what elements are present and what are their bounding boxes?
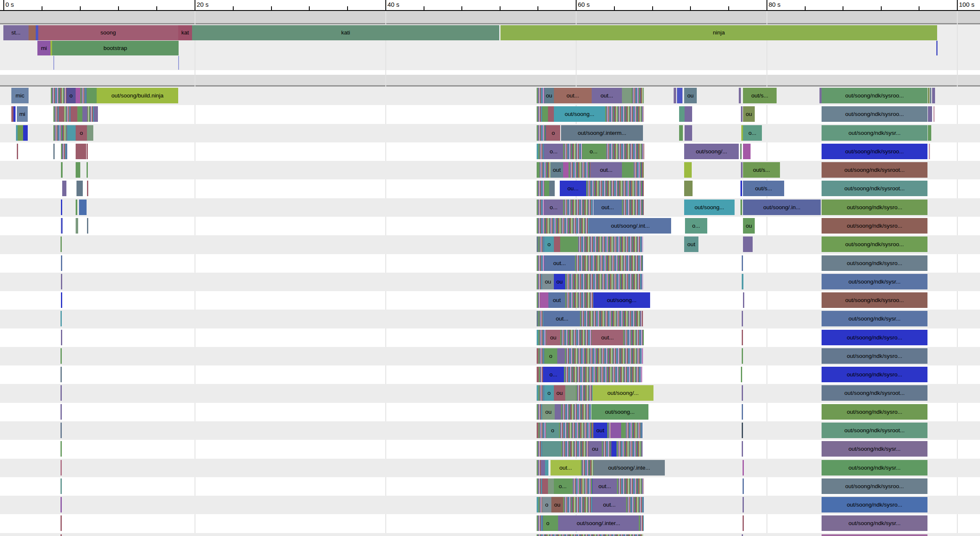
- trace-event-bar[interactable]: [742, 330, 743, 345]
- trace-event-bar[interactable]: [87, 162, 88, 178]
- trace-event-bar[interactable]: [87, 125, 93, 141]
- trace-event-bar[interactable]: out/soong/ndk/sysroot...: [822, 181, 927, 196]
- trace-event-bar[interactable]: out: [684, 236, 698, 252]
- trace-event-bar[interactable]: out/soong/ndk/sysro...: [822, 348, 927, 364]
- trace-event-bar[interactable]: [53, 144, 55, 159]
- trace-event-bar[interactable]: out/soong...: [591, 404, 648, 420]
- trace-event-cluster[interactable]: [581, 460, 593, 476]
- trace-event-bar[interactable]: [87, 218, 88, 234]
- trace-event-cluster[interactable]: [61, 144, 68, 159]
- trace-event-bar[interactable]: out/soong/ndk/sysroot...: [822, 423, 927, 438]
- trace-event-cluster[interactable]: [580, 311, 643, 326]
- trace-event-bar[interactable]: [549, 181, 555, 196]
- trace-event-bar[interactable]: [548, 478, 554, 494]
- trace-event-bar[interactable]: out/soong/ndk/sysro...: [822, 255, 927, 271]
- trace-event-bar[interactable]: [553, 515, 558, 531]
- trace-event-cluster[interactable]: [538, 311, 544, 326]
- trace-event-bar[interactable]: [930, 88, 931, 103]
- trace-event-bar[interactable]: o: [66, 88, 76, 103]
- trace-event-bar[interactable]: [59, 106, 64, 122]
- trace-event-bar[interactable]: [679, 106, 685, 122]
- trace-event-cluster[interactable]: [537, 515, 543, 531]
- trace-event-bar[interactable]: [742, 441, 743, 457]
- trace-event-bar[interactable]: [565, 385, 576, 401]
- trace-event-bar[interactable]: [61, 441, 62, 457]
- trace-event-bar[interactable]: ou: [542, 274, 554, 289]
- trace-event-bar[interactable]: ou: [551, 497, 563, 512]
- trace-event-bar[interactable]: [548, 106, 554, 122]
- trace-event-bar[interactable]: out: [551, 162, 563, 178]
- trace-event-bar[interactable]: out/soong/.in...: [743, 200, 821, 215]
- trace-event-bar[interactable]: [76, 218, 78, 234]
- trace-event-bar[interactable]: [540, 292, 548, 308]
- trace-event-bar[interactable]: o...: [582, 144, 605, 159]
- trace-event-bar[interactable]: [78, 106, 82, 122]
- trace-event-bar[interactable]: out...: [544, 311, 580, 326]
- trace-event-cluster[interactable]: [559, 423, 593, 438]
- trace-event-bar[interactable]: [541, 460, 545, 476]
- trace-event-bar[interactable]: [61, 292, 62, 308]
- trace-event-bar[interactable]: [76, 181, 83, 196]
- trace-event-bar[interactable]: st...: [3, 25, 29, 40]
- trace-event-cluster[interactable]: [564, 367, 642, 382]
- trace-event-bar[interactable]: [61, 534, 62, 536]
- trace-event-bar[interactable]: [61, 460, 62, 476]
- trace-event-bar[interactable]: [742, 348, 743, 364]
- trace-event-cluster[interactable]: [538, 423, 546, 438]
- trace-event-bar[interactable]: [679, 125, 683, 141]
- trace-event-cluster[interactable]: [631, 88, 644, 103]
- trace-event-bar[interactable]: out/soong/ndk/sysro...: [822, 497, 927, 512]
- trace-event-cluster[interactable]: [560, 330, 592, 345]
- trace-event-bar[interactable]: [61, 311, 62, 326]
- trace-event-bar[interactable]: o: [546, 125, 560, 141]
- trace-event-bar[interactable]: [61, 478, 62, 494]
- trace-event-bar[interactable]: o: [544, 236, 554, 252]
- trace-event-bar[interactable]: [741, 162, 743, 178]
- trace-event-cluster[interactable]: [623, 330, 644, 345]
- trace-event-bar[interactable]: out...: [593, 200, 622, 215]
- trace-event-bar[interactable]: soong: [38, 25, 178, 40]
- trace-event-cluster[interactable]: [572, 478, 593, 494]
- trace-event-bar[interactable]: ou: [588, 441, 602, 457]
- trace-event-cluster[interactable]: [537, 441, 542, 457]
- trace-event-bar[interactable]: [677, 88, 682, 103]
- trace-event-cluster[interactable]: [537, 274, 542, 289]
- trace-event-bar[interactable]: [61, 348, 62, 364]
- trace-event-bar[interactable]: o...: [685, 218, 707, 234]
- trace-event-bar[interactable]: o...: [554, 478, 572, 494]
- trace-event-bar[interactable]: out...: [593, 478, 617, 494]
- trace-event-bar[interactable]: [87, 88, 97, 103]
- trace-event-bar[interactable]: [743, 236, 753, 252]
- trace-event-cluster[interactable]: [639, 515, 644, 531]
- trace-event-bar[interactable]: [929, 144, 930, 159]
- trace-event-bar[interactable]: out...: [592, 88, 622, 103]
- process-header-band-upper[interactable]: [0, 11, 980, 24]
- trace-event-cluster[interactable]: [569, 162, 590, 178]
- trace-event-bar[interactable]: [740, 200, 742, 215]
- trace-event-bar[interactable]: o...: [743, 125, 762, 141]
- trace-event-bar[interactable]: out...: [593, 497, 626, 512]
- trace-event-bar[interactable]: mic: [11, 88, 29, 103]
- trace-event-bar[interactable]: [743, 497, 744, 512]
- trace-event-bar[interactable]: [61, 162, 63, 178]
- trace-event-bar[interactable]: o: [546, 423, 559, 438]
- trace-event-bar[interactable]: out/soong/.inte...: [593, 460, 665, 476]
- trace-event-cluster[interactable]: [632, 162, 644, 178]
- trace-event-bar[interactable]: [621, 423, 624, 438]
- trace-event-bar[interactable]: [76, 144, 86, 159]
- trace-event-bar[interactable]: o: [543, 515, 553, 531]
- trace-event-bar[interactable]: out/soong/ndk/sysroo...: [822, 88, 927, 103]
- trace-event-cluster[interactable]: [51, 88, 66, 103]
- trace-event-bar[interactable]: [928, 88, 930, 103]
- trace-event-bar[interactable]: [61, 274, 62, 289]
- trace-event-cluster[interactable]: [561, 441, 588, 457]
- trace-event-bar[interactable]: [743, 515, 744, 531]
- trace-event-cluster[interactable]: [539, 367, 543, 382]
- trace-event-bar[interactable]: [743, 460, 744, 476]
- trace-event-cluster[interactable]: [537, 125, 546, 141]
- trace-event-cluster[interactable]: [537, 88, 544, 103]
- trace-event-bar[interactable]: [932, 88, 935, 103]
- trace-event-cluster[interactable]: [537, 200, 544, 215]
- trace-event-bar[interactable]: [542, 106, 548, 122]
- trace-event-bar[interactable]: [82, 106, 87, 122]
